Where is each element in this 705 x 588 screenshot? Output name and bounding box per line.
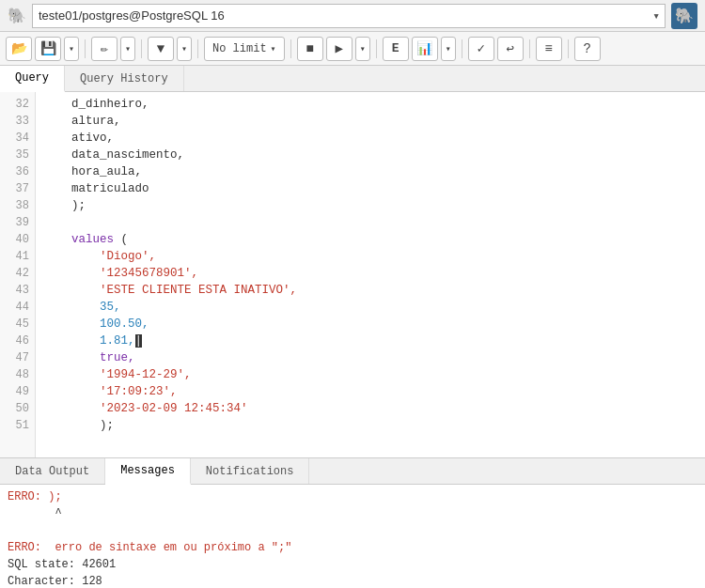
connection-bar: 🐘 teste01/postgres@PostgreSQL 16 🐘 <box>0 0 705 32</box>
filter-icon: ▼ <box>157 41 164 56</box>
explain-dropdown-button[interactable]: ▾ <box>441 37 456 61</box>
tab-notifications[interactable]: Notifications <box>191 458 310 484</box>
toolbar-separator-3 <box>197 39 198 58</box>
database-icon: 🐘 <box>8 7 26 25</box>
macro-icon: ≡ <box>544 41 552 56</box>
toolbar-separator-1 <box>85 39 86 58</box>
code-line <box>43 214 697 231</box>
save-dropdown-button[interactable]: ▾ <box>64 37 79 61</box>
chevron-down-icon-3: ▾ <box>181 43 187 54</box>
help-icon: ? <box>583 41 590 56</box>
filter-dropdown-button[interactable]: ▾ <box>177 37 192 61</box>
no-limit-label: No limit <box>212 42 267 55</box>
code-line: values ( <box>43 231 697 248</box>
toolbar: 📂 💾 ▾ ✏️ ▾ ▼ ▾ No limit ▾ ■ ▶ ▾ E 📊 ▾ <box>0 32 705 66</box>
code-editor[interactable]: 3233343536373839404142434445464748495051… <box>0 92 705 458</box>
code-line: 35, <box>43 299 697 316</box>
connection-select[interactable]: teste01/postgres@PostgreSQL 16 <box>32 4 666 28</box>
code-line: 'ESTE CLIENTE ESTA INATIVO', <box>43 282 697 299</box>
chart-icon: 📊 <box>416 40 432 56</box>
code-line: ); <box>43 417 697 434</box>
output-line: SQL state: 42601 <box>8 556 697 573</box>
connection-select-wrapper[interactable]: teste01/postgres@PostgreSQL 16 <box>32 4 666 28</box>
code-line: true, <box>43 349 697 366</box>
toolbar-separator-5 <box>376 39 377 58</box>
code-line: ativo, <box>43 130 697 147</box>
code-line: ); <box>43 197 697 214</box>
tab-messages[interactable]: Messages <box>105 458 191 485</box>
editor-tabs: Query Query History <box>0 66 705 92</box>
code-line: 'Diogo', <box>43 248 697 265</box>
stop-button[interactable]: ■ <box>297 37 323 61</box>
code-line: '1994-12-29', <box>43 366 697 383</box>
play-icon: ▶ <box>335 40 342 56</box>
code-line: '2023-02-09 12:45:34' <box>43 400 697 417</box>
folder-icon: 📂 <box>11 40 27 56</box>
output-line: ERRO: ); <box>8 488 697 505</box>
chevron-down-icon: ▾ <box>69 43 74 54</box>
code-line: data_nascimento, <box>43 147 697 163</box>
edit-button[interactable]: ✏️ <box>91 37 118 61</box>
chevron-down-icon-5: ▾ <box>360 43 366 54</box>
tab-query[interactable]: Query <box>0 66 65 92</box>
explain-icon: E <box>392 41 400 55</box>
tab-query-history[interactable]: Query History <box>65 66 184 91</box>
code-content[interactable]: d_dinheiro, altura, ativo, data_nascimen… <box>36 92 705 457</box>
tab-data-output[interactable]: Data Output <box>0 458 105 484</box>
edit-icon: ✏️ <box>101 40 108 56</box>
save-button[interactable]: 💾 <box>35 37 61 61</box>
edit-dropdown-button[interactable]: ▾ <box>120 37 135 61</box>
filter-button[interactable]: ▼ <box>148 37 174 61</box>
output-line <box>8 522 697 539</box>
rollback-button[interactable]: ↩ <box>497 37 524 61</box>
postgresql-icon: 🐘 <box>671 3 697 29</box>
no-limit-dropdown[interactable]: No limit ▾ <box>204 37 285 61</box>
macro-button[interactable]: ≡ <box>536 37 562 61</box>
rollback-icon: ↩ <box>506 40 513 56</box>
code-line: altura, <box>43 113 697 130</box>
toolbar-separator-6 <box>462 39 462 58</box>
output-panel: ERRO: ); ^ ERRO: erro de sintaxe em ou p… <box>0 485 705 588</box>
output-line: Character: 128 <box>8 573 697 588</box>
toolbar-separator-2 <box>141 39 142 58</box>
toolbar-separator-8 <box>568 39 569 58</box>
code-line: d_dinheiro, <box>43 96 697 113</box>
chevron-down-icon-4: ▾ <box>271 43 276 54</box>
toolbar-separator-7 <box>529 39 530 58</box>
output-line: ERRO: erro de sintaxe em ou próximo a ";… <box>8 539 697 556</box>
line-numbers: 3233343536373839404142434445464748495051 <box>0 92 36 457</box>
output-line: ^ <box>8 505 697 522</box>
save-icon: 💾 <box>40 40 56 56</box>
open-file-button[interactable]: 📂 <box>6 37 32 61</box>
code-line: 1.81,| <box>43 333 697 349</box>
code-line: matriculado <box>43 180 697 197</box>
code-line: 100.50, <box>43 316 697 333</box>
run-button[interactable]: ▶ <box>326 37 352 61</box>
help-button[interactable]: ? <box>574 37 601 61</box>
chevron-down-icon-2: ▾ <box>125 43 131 54</box>
code-line: '12345678901', <box>43 265 697 282</box>
toolbar-separator-4 <box>290 39 291 58</box>
explain-chart-button[interactable]: 📊 <box>412 37 438 61</box>
code-line: hora_aula, <box>43 163 697 180</box>
commit-button[interactable]: ✓ <box>468 37 494 61</box>
code-line: '17:09:23', <box>43 383 697 400</box>
run-dropdown-button[interactable]: ▾ <box>355 37 370 61</box>
stop-icon: ■ <box>306 41 313 56</box>
bottom-tabs: Data Output Messages Notifications <box>0 458 705 485</box>
chevron-down-icon-6: ▾ <box>446 43 451 54</box>
explain-button[interactable]: E <box>383 37 409 61</box>
commit-icon: ✓ <box>477 40 484 56</box>
